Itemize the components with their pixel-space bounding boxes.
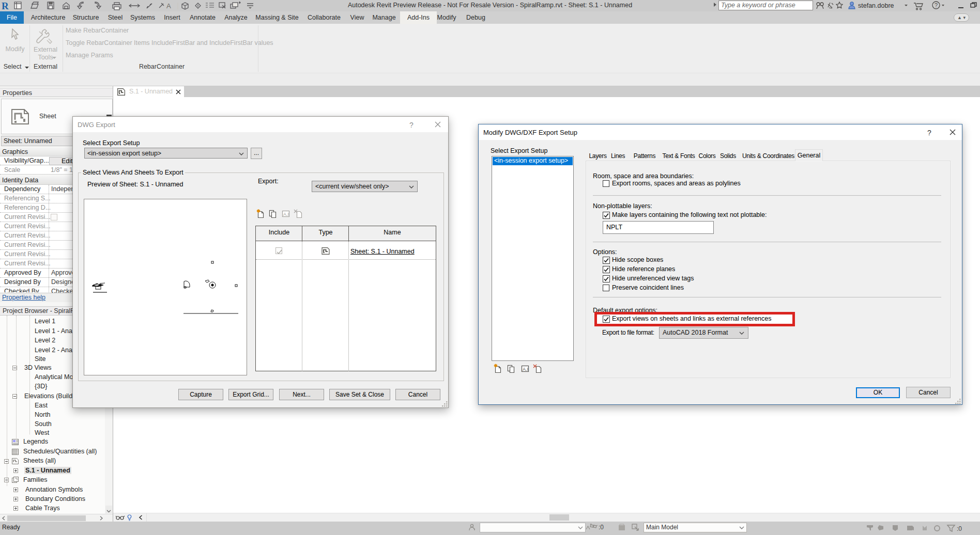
svg-text:?: ? (935, 2, 938, 8)
svg-text:stefan.dobre: stefan.dobre (858, 2, 894, 9)
svg-text:A.I: A.I (523, 367, 528, 372)
svg-text::0: :0 (957, 525, 962, 532)
svg-text:A.I: A.I (283, 212, 289, 217)
